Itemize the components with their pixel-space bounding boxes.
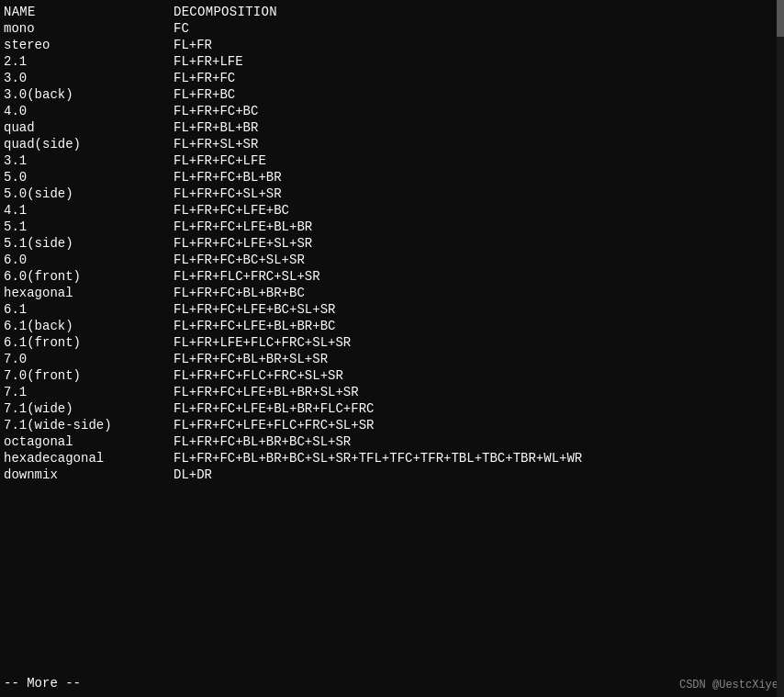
name-header: NAME <box>4 4 174 20</box>
name-cell: 3.0(back) <box>4 86 174 103</box>
table-row: 6.1(back)FL+FR+FC+LFE+BL+BR+BC <box>4 318 780 334</box>
name-cell: 6.0(front) <box>4 268 174 285</box>
name-cell: 5.0(side) <box>4 185 174 202</box>
table-row: 7.0(front)FL+FR+FC+FLC+FRC+SL+SR <box>4 367 780 384</box>
decomposition-table: NAME DECOMPOSITION monoFCstereoFL+FR2.1F… <box>4 4 780 483</box>
name-cell: 7.1 <box>4 384 174 400</box>
name-cell: 5.0 <box>4 169 174 185</box>
decomposition-cell: FL+FR+BL+BR <box>174 119 780 136</box>
name-cell: 5.1 <box>4 219 174 235</box>
table-row: quad(side)FL+FR+SL+SR <box>4 136 780 152</box>
decomposition-header: DECOMPOSITION <box>174 4 780 20</box>
table-row: 5.0FL+FR+FC+BL+BR <box>4 169 780 185</box>
decomposition-cell: FL+FR+FC+LFE+SL+SR <box>174 235 780 252</box>
name-cell: 5.1(side) <box>4 235 174 252</box>
table-row: 7.1FL+FR+FC+LFE+BL+BR+SL+SR <box>4 384 780 400</box>
terminal-window: NAME DECOMPOSITION monoFCstereoFL+FR2.1F… <box>0 0 784 697</box>
decomposition-cell: FL+FR+FC+LFE+BC+SL+SR <box>174 301 780 318</box>
table-row: 7.0FL+FR+FC+BL+BR+SL+SR <box>4 351 780 367</box>
name-cell: 6.1(back) <box>4 318 174 334</box>
name-cell: quad <box>4 119 174 136</box>
more-indicator: -- More -- <box>4 676 81 691</box>
name-cell: quad(side) <box>4 136 174 152</box>
scrollbar-thumb[interactable] <box>777 0 784 37</box>
scrollbar[interactable] <box>777 0 784 697</box>
table-row: 2.1FL+FR+LFE <box>4 53 780 70</box>
name-cell: 6.0 <box>4 252 174 268</box>
table-header-row: NAME DECOMPOSITION <box>4 4 780 20</box>
decomposition-cell: FL+FR+FC+LFE+BC <box>174 202 780 219</box>
table-row: 3.0(back)FL+FR+BC <box>4 86 780 103</box>
decomposition-cell: FL+FR+BC <box>174 86 780 103</box>
decomposition-cell: FL+FR+LFE+FLC+FRC+SL+SR <box>174 334 780 351</box>
decomposition-cell: DL+DR <box>174 467 780 483</box>
table-row: 6.0(front)FL+FR+FLC+FRC+SL+SR <box>4 268 780 285</box>
name-cell: 7.1(wide) <box>4 400 174 417</box>
bottom-bar: -- More -- <box>0 669 784 697</box>
decomposition-cell: FL+FR+FC+BL+BR+BC <box>174 285 780 301</box>
table-row: monoFC <box>4 20 780 37</box>
name-cell: 7.0 <box>4 351 174 367</box>
name-cell: 7.1(wide-side) <box>4 417 174 433</box>
name-cell: 4.1 <box>4 202 174 219</box>
name-cell: 3.0 <box>4 70 174 86</box>
table-row: 3.1FL+FR+FC+LFE <box>4 152 780 169</box>
decomposition-cell: FL+FR+FLC+FRC+SL+SR <box>174 268 780 285</box>
name-cell: 6.1 <box>4 301 174 318</box>
watermark: CSDN @UestcXiye <box>679 679 778 691</box>
table-row: downmixDL+DR <box>4 467 780 483</box>
name-cell: hexadecagonal <box>4 450 174 467</box>
decomposition-cell: FL+FR+FC <box>174 70 780 86</box>
decomposition-cell: FL+FR+FC+LFE+BL+BR <box>174 219 780 235</box>
table-row: 6.1(front)FL+FR+LFE+FLC+FRC+SL+SR <box>4 334 780 351</box>
decomposition-cell: FL+FR+SL+SR <box>174 136 780 152</box>
table-row: 5.1FL+FR+FC+LFE+BL+BR <box>4 219 780 235</box>
table-row: octagonalFL+FR+FC+BL+BR+BC+SL+SR <box>4 433 780 450</box>
table-row: 5.1(side)FL+FR+FC+LFE+SL+SR <box>4 235 780 252</box>
table-container: NAME DECOMPOSITION monoFCstereoFL+FR2.1F… <box>0 4 784 483</box>
table-row: hexagonalFL+FR+FC+BL+BR+BC <box>4 285 780 301</box>
name-cell: 2.1 <box>4 53 174 70</box>
name-cell: 6.1(front) <box>4 334 174 351</box>
table-row: stereoFL+FR <box>4 37 780 53</box>
decomposition-cell: FL+FR+FC+SL+SR <box>174 185 780 202</box>
decomposition-cell: FL+FR+FC+LFE+BL+BR+BC <box>174 318 780 334</box>
name-cell: 4.0 <box>4 103 174 119</box>
decomposition-cell: FL+FR+FC+BL+BR+BC+SL+SR <box>174 433 780 450</box>
table-row: hexadecagonalFL+FR+FC+BL+BR+BC+SL+SR+TFL… <box>4 450 780 467</box>
decomposition-cell: FL+FR+FC+BL+BR+SL+SR <box>174 351 780 367</box>
name-cell: hexagonal <box>4 285 174 301</box>
decomposition-cell: FL+FR+FC+LFE <box>174 152 780 169</box>
table-row: 6.0FL+FR+FC+BC+SL+SR <box>4 252 780 268</box>
decomposition-cell: FL+FR+LFE <box>174 53 780 70</box>
name-cell: stereo <box>4 37 174 53</box>
table-row: 5.0(side)FL+FR+FC+SL+SR <box>4 185 780 202</box>
decomposition-cell: FL+FR+FC+FLC+FRC+SL+SR <box>174 367 780 384</box>
name-cell: 7.0(front) <box>4 367 174 384</box>
decomposition-cell: FL+FR+FC+BL+BR+BC+SL+SR+TFL+TFC+TFR+TBL+… <box>174 450 780 467</box>
table-row: 4.1FL+FR+FC+LFE+BC <box>4 202 780 219</box>
table-row: 3.0FL+FR+FC <box>4 70 780 86</box>
table-row: 7.1(wide)FL+FR+FC+LFE+BL+BR+FLC+FRC <box>4 400 780 417</box>
decomposition-cell: FL+FR+FC+LFE+BL+BR+FLC+FRC <box>174 400 780 417</box>
name-cell: downmix <box>4 467 174 483</box>
name-cell: 3.1 <box>4 152 174 169</box>
decomposition-cell: FL+FR <box>174 37 780 53</box>
decomposition-cell: FL+FR+FC+BL+BR <box>174 169 780 185</box>
table-row: 6.1FL+FR+FC+LFE+BC+SL+SR <box>4 301 780 318</box>
table-row: 4.0FL+FR+FC+BC <box>4 103 780 119</box>
decomposition-cell: FC <box>174 20 780 37</box>
decomposition-cell: FL+FR+FC+BC+SL+SR <box>174 252 780 268</box>
decomposition-cell: FL+FR+FC+LFE+FLC+FRC+SL+SR <box>174 417 780 433</box>
decomposition-cell: FL+FR+FC+LFE+BL+BR+SL+SR <box>174 384 780 400</box>
name-cell: mono <box>4 20 174 37</box>
table-row: quadFL+FR+BL+BR <box>4 119 780 136</box>
decomposition-cell: FL+FR+FC+BC <box>174 103 780 119</box>
name-cell: octagonal <box>4 433 174 450</box>
table-row: 7.1(wide-side)FL+FR+FC+LFE+FLC+FRC+SL+SR <box>4 417 780 433</box>
